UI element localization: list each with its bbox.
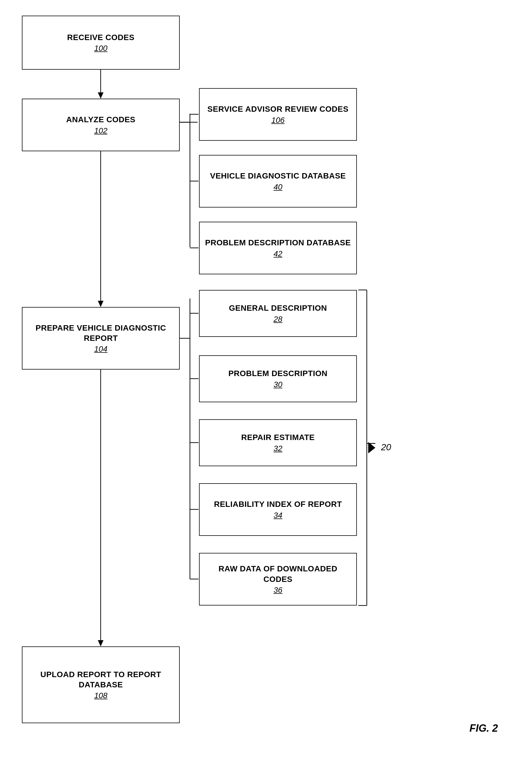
- general-description-title: GENERAL DESCRIPTION: [229, 303, 327, 313]
- problem-description-ref: 30: [273, 380, 282, 389]
- reliability-index-title: RELIABILITY INDEX OF REPORT: [214, 499, 342, 509]
- problem-description-box: PROBLEM DESCRIPTION 30: [199, 355, 357, 402]
- raw-data-title: RAW DATA OF DOWNLOADED CODES: [204, 564, 352, 585]
- general-description-box: GENERAL DESCRIPTION 28: [199, 290, 357, 337]
- reliability-index-ref: 34: [273, 511, 282, 520]
- prepare-report-ref: 104: [94, 345, 108, 354]
- figure-label: FIG. 2: [469, 722, 498, 734]
- raw-data-box: RAW DATA OF DOWNLOADED CODES 36: [199, 553, 357, 605]
- prepare-report-title: PREPARE VEHICLE DIAGNOSTIC REPORT: [27, 323, 175, 344]
- analyze-codes-ref: 102: [94, 126, 108, 135]
- raw-data-ref: 36: [273, 586, 282, 595]
- receive-codes-box: RECEIVE CODES 100: [22, 15, 180, 70]
- upload-report-ref: 108: [94, 691, 108, 700]
- analyze-codes-box: ANALYZE CODES 102: [22, 99, 180, 151]
- vehicle-diagnostic-db-box: VEHICLE DIAGNOSTIC DATABASE 40: [199, 155, 357, 207]
- repair-estimate-title: REPAIR ESTIMATE: [241, 432, 314, 442]
- problem-description-db-ref: 42: [273, 249, 282, 258]
- svg-marker-25: [368, 442, 375, 453]
- reliability-index-box: RELIABILITY INDEX OF REPORT 34: [199, 483, 357, 536]
- general-description-ref: 28: [273, 315, 282, 324]
- repair-estimate-box: REPAIR ESTIMATE 32: [199, 419, 357, 466]
- repair-estimate-ref: 32: [273, 444, 282, 453]
- analyze-codes-title: ANALYZE CODES: [66, 114, 136, 125]
- upload-report-box: UPLOAD REPORT TO REPORT DATABASE 108: [22, 647, 180, 723]
- upload-report-title: UPLOAD REPORT TO REPORT DATABASE: [27, 669, 175, 690]
- service-advisor-title: SERVICE ADVISOR REVIEW CODES: [207, 104, 348, 114]
- service-advisor-ref: 106: [271, 116, 285, 125]
- service-advisor-box: SERVICE ADVISOR REVIEW CODES 106: [199, 88, 357, 141]
- vehicle-diagnostic-db-ref: 40: [273, 183, 282, 192]
- diagram-container: RECEIVE CODES 100 ANALYZE CODES 102 SERV…: [0, 0, 532, 757]
- prepare-report-box: PREPARE VEHICLE DIAGNOSTIC REPORT 104: [22, 307, 180, 370]
- problem-description-db-box: PROBLEM DESCRIPTION DATABASE 42: [199, 222, 357, 274]
- svg-marker-3: [98, 301, 104, 307]
- vehicle-diagnostic-db-title: VEHICLE DIAGNOSTIC DATABASE: [210, 171, 346, 181]
- receive-codes-ref: 100: [94, 44, 108, 53]
- svg-marker-11: [98, 640, 104, 647]
- svg-marker-1: [98, 92, 104, 99]
- problem-description-title: PROBLEM DESCRIPTION: [228, 368, 328, 378]
- receive-codes-title: RECEIVE CODES: [67, 32, 135, 43]
- problem-description-db-title: PROBLEM DESCRIPTION DATABASE: [205, 238, 351, 248]
- report-label: 20: [381, 442, 391, 453]
